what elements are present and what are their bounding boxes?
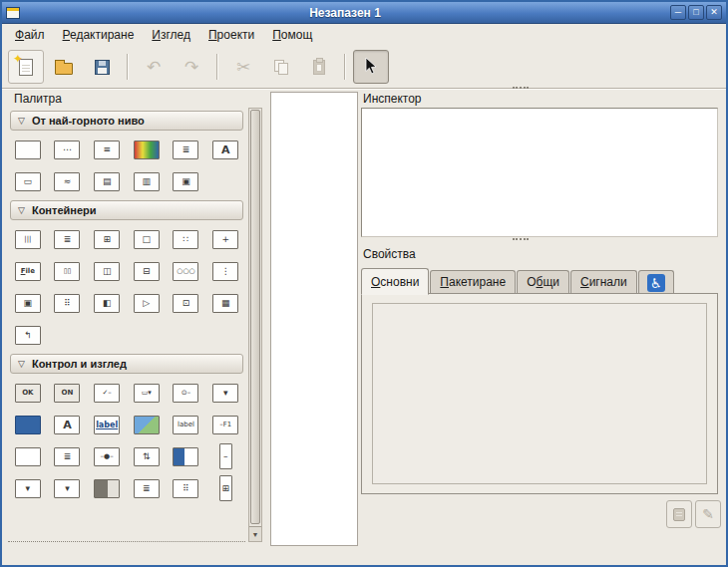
palette-item-window[interactable] xyxy=(8,134,48,165)
hbox-icon: ||| xyxy=(15,230,41,249)
new-button[interactable] xyxy=(8,50,44,84)
tab-2[interactable]: Общи xyxy=(517,270,569,294)
vbutton-box-icon: ⋮ xyxy=(212,262,238,281)
palette-item-alignment[interactable]: + xyxy=(205,223,245,255)
palette-item-hscrollbar[interactable] xyxy=(87,472,127,504)
maximize-button[interactable]: □ xyxy=(688,5,704,20)
menu-item-4[interactable]: Помощ xyxy=(263,25,321,45)
palette-item-toolbar-widget[interactable]: ▯▯ xyxy=(48,255,88,287)
menu-item-3[interactable]: Проекти xyxy=(199,25,263,45)
palette-item-handle-box[interactable]: ▣ xyxy=(8,287,48,319)
palette-item-about-dialog[interactable]: ≈ xyxy=(48,165,88,197)
palette-item-combo-box-entry[interactable]: ▾ xyxy=(8,472,48,504)
palette-item-message-dialog[interactable]: ≡ xyxy=(87,134,127,165)
palette-item-accel-label[interactable]: –F1 xyxy=(205,409,245,440)
palette-item-recent-chooser-dialog[interactable]: ▥ xyxy=(127,165,167,197)
palette-item-color-selection-dialog[interactable] xyxy=(127,134,167,165)
palette-item-layout[interactable]: ⠿ xyxy=(48,287,88,319)
palette-item-text-view[interactable]: ≣ xyxy=(48,440,88,472)
palette-item-toggle-button[interactable]: ON xyxy=(48,377,88,409)
selector-arrow-icon xyxy=(362,57,380,78)
palette-item-vbutton-box[interactable]: ⋮ xyxy=(205,255,245,287)
palette-item-hscale[interactable]: –●– xyxy=(87,440,127,472)
inspector-tree[interactable] xyxy=(361,108,718,237)
vbox-icon: ≣ xyxy=(54,230,80,249)
palette-item-label[interactable]: label xyxy=(167,409,206,440)
scrollbar-down-button[interactable]: ▼ xyxy=(249,526,261,541)
palette-item-vpaned[interactable]: ⊟ xyxy=(127,255,167,287)
palette-item-dialog[interactable]: ⋯ xyxy=(48,134,88,165)
palette-item-option-menu[interactable]: ▾ xyxy=(205,377,245,409)
about-dialog-icon: ≈ xyxy=(54,172,80,191)
tab-0[interactable]: Основни xyxy=(361,268,429,295)
toolbar-widget-icon: ▯▯ xyxy=(54,262,80,281)
palette-item-link-label[interactable]: label xyxy=(87,409,127,440)
palette-item-combo-box[interactable]: ▭▾ xyxy=(127,377,167,409)
palette-item-hpaned[interactable]: ◫ xyxy=(87,255,127,287)
palette-item-expander[interactable]: ▷ xyxy=(127,287,167,319)
tab-accessibility[interactable]: ♿ xyxy=(638,270,674,294)
palette-item-entry-filled[interactable] xyxy=(8,409,48,440)
palette-item-fixed[interactable]: ∷ xyxy=(167,223,206,255)
palette-item-font-selection-dialog[interactable]: A xyxy=(205,134,245,165)
redo-icon: ↷ xyxy=(184,59,198,76)
assistant-icon: ▤ xyxy=(94,172,120,191)
titlebar[interactable]: Незапазен 1 ─□✕ xyxy=(2,2,726,24)
paste-button xyxy=(301,50,337,84)
palette-item-radio-button[interactable]: ⊙– xyxy=(167,377,206,409)
scrollbar-thumb[interactable] xyxy=(250,110,260,524)
toolbar-separator xyxy=(344,54,346,80)
palette-item-file-selection[interactable]: ▣ xyxy=(167,165,206,197)
palette-item-check-button[interactable]: ✓– xyxy=(87,377,127,409)
palette-section-label: Контрол и изглед xyxy=(32,358,127,370)
menu-item-1[interactable]: Редактиране xyxy=(54,25,144,45)
palette-scrollbar[interactable]: ▼ xyxy=(248,108,262,542)
palette-item-notebook[interactable]: ◧ xyxy=(87,287,127,319)
palette-item-hbutton-box[interactable]: ○○○ xyxy=(167,255,206,287)
open-button[interactable] xyxy=(46,50,82,84)
palette-item-progress-bar[interactable] xyxy=(167,440,206,472)
palette-grid-2: OKON✓–▭▾⊙–▾Alabellabel–F1≣–●–⇅–▾▾≣⠿⊞ xyxy=(8,377,245,504)
palette-item-table[interactable]: ⊞ xyxy=(87,223,127,255)
palette-item-icon-view[interactable]: ⠿ xyxy=(167,472,206,504)
check-button-icon: ✓– xyxy=(94,384,120,403)
palette-item-custom-widget[interactable]: ↰ xyxy=(8,319,48,351)
menu-item-2[interactable]: Изглед xyxy=(143,25,199,45)
pane-grip-middle[interactable] xyxy=(513,238,529,242)
palette-item-entry[interactable] xyxy=(8,440,48,472)
palette-section-header-2[interactable]: ▽Контрол и изглед xyxy=(10,354,243,374)
edit-icon: ✎ xyxy=(702,507,714,521)
palette-item-scrolled-window[interactable]: ⊡ xyxy=(167,287,206,319)
menu-item-0[interactable]: Файл xyxy=(6,25,54,45)
expander-icon: ▷ xyxy=(134,294,160,313)
palette-item-hbox[interactable]: ||| xyxy=(8,223,48,255)
palette-item-label-large[interactable]: A xyxy=(48,409,88,440)
properties-tabs: ОсновниПакетиранеОбщиСигнали♿ xyxy=(361,267,675,294)
save-button[interactable] xyxy=(84,50,120,84)
palette-item-vscale[interactable]: – xyxy=(205,440,245,472)
palette-item-list[interactable]: ≣ xyxy=(127,472,167,504)
tab-3[interactable]: Сигнали xyxy=(570,270,637,294)
palette-item-menu-bar[interactable]: File xyxy=(8,255,48,287)
palette-item-input-dialog[interactable]: ▭ xyxy=(8,165,48,197)
pane-grip-top[interactable] xyxy=(513,87,529,91)
selector-button[interactable] xyxy=(353,50,389,84)
palette-item-assistant[interactable]: ▤ xyxy=(87,165,127,197)
copy-icon xyxy=(274,60,288,74)
close-button[interactable]: ✕ xyxy=(706,5,722,20)
palette-item-vbox[interactable]: ≣ xyxy=(48,223,88,255)
palette-item-button[interactable]: OK xyxy=(8,377,48,409)
palette-item-viewport[interactable]: ▦ xyxy=(205,287,245,319)
tab-1[interactable]: Пакетиране xyxy=(430,270,516,294)
palette-section-header-0[interactable]: ▽От най-горното ниво xyxy=(10,111,243,131)
palette-item-tree-view[interactable]: ⊞ xyxy=(205,472,245,504)
palette-item-image[interactable] xyxy=(127,409,167,440)
palette-item-combo[interactable]: ▾ xyxy=(48,472,88,504)
palette-item-spin-button[interactable]: ⇅ xyxy=(127,440,167,472)
image-icon xyxy=(134,416,160,434)
palette-item-frame[interactable]: □ xyxy=(127,223,167,255)
minimize-button[interactable]: ─ xyxy=(670,5,686,20)
design-canvas[interactable] xyxy=(270,92,358,546)
palette-section-header-1[interactable]: ▽Контейнери xyxy=(10,200,243,220)
palette-item-file-chooser-dialog[interactable]: ≣ xyxy=(167,134,206,165)
